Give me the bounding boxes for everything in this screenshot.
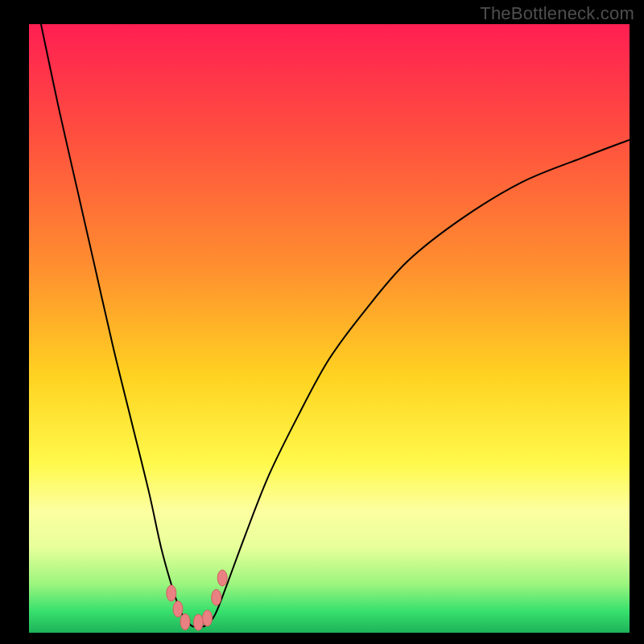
highlight-marker	[203, 610, 213, 626]
highlight-marker	[180, 613, 190, 630]
highlight-marker	[167, 585, 176, 601]
highlight-marker	[173, 601, 183, 617]
highlight-marker	[212, 589, 221, 605]
watermark-label: TheBottleneck.com	[480, 3, 634, 24]
chart-stage: TheBottleneck.com	[0, 0, 644, 644]
bottleneck-chart	[0, 0, 644, 644]
highlight-marker	[217, 570, 227, 586]
highlight-marker	[193, 614, 203, 630]
plot-background	[29, 24, 630, 633]
